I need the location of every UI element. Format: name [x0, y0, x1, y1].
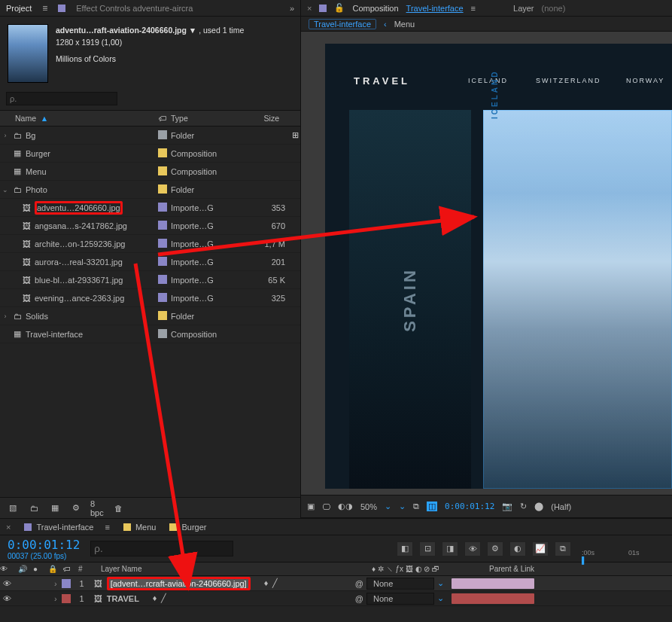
layer-label-swatch[interactable] — [62, 594, 71, 603]
tree-row[interactable]: 🖼archite…on-1259236.jpgImporte…G1,7 M — [0, 235, 300, 253]
col-solo-icon[interactable]: ● — [33, 565, 44, 573]
eye-icon[interactable]: 👁 — [0, 594, 14, 603]
vr-icon[interactable]: ◐◑ — [338, 502, 353, 511]
resolution-value[interactable]: (Half) — [551, 502, 571, 511]
timeline-layer-row[interactable]: 👁›1🖼TRAVEL♦╱@None⌄ — [0, 591, 672, 606]
tree-row[interactable]: ▦BurgerComposition — [0, 145, 300, 163]
pickwhip-icon[interactable]: @ — [355, 579, 363, 588]
label-swatch[interactable] — [158, 148, 167, 157]
close-tab-icon[interactable]: × — [307, 4, 312, 13]
tree-row[interactable]: 🖼adventu…2406660.jpgImporte…G353 — [0, 199, 300, 217]
panel-overflow-icon[interactable]: » — [290, 4, 294, 13]
layer-bar[interactable] — [452, 578, 534, 589]
label-swatch[interactable] — [158, 257, 167, 266]
breadcrumb-chevron-icon[interactable]: ‹ — [384, 20, 387, 29]
layer-bar[interactable] — [452, 593, 534, 604]
zoom-value[interactable]: 50% — [360, 502, 377, 511]
tab-effect-controls[interactable]: Effect Controls adventure-aircra — [76, 4, 193, 13]
refresh-icon[interactable]: ↻ — [520, 502, 527, 511]
new-folder-icon[interactable]: 🗀 — [27, 502, 41, 514]
playhead-icon[interactable]: ▌ — [582, 556, 586, 564]
layer-tab-label[interactable]: Layer — [513, 4, 534, 13]
col-lock-icon[interactable]: 🔒 — [48, 565, 59, 573]
breadcrumb-menu[interactable]: Menu — [394, 20, 415, 29]
lock-icon[interactable]: 🔓 — [334, 3, 345, 13]
tl-btn-1[interactable]: ◧ — [397, 541, 413, 556]
col-size[interactable]: Size — [254, 114, 290, 123]
twirl-icon[interactable]: ⌄ — [0, 186, 11, 194]
chevron-down-icon[interactable]: ⌄ — [437, 593, 444, 603]
eye-icon[interactable]: 👁 — [0, 579, 14, 588]
tree-row[interactable]: ›🗀BgFolder⊞ — [0, 127, 300, 145]
new-comp-icon[interactable]: ▦ — [48, 502, 62, 514]
col-label-icon[interactable]: 🏷 — [63, 565, 74, 573]
breadcrumb-travel-interface[interactable]: Travel-interface — [309, 19, 376, 29]
tl-btn-snap[interactable]: ⧉ — [555, 541, 571, 556]
tree-row[interactable]: ⌄🗀PhotoFolder — [0, 181, 300, 199]
label-swatch[interactable] — [158, 275, 167, 284]
interpret-footage-icon[interactable]: ▧ — [6, 502, 20, 514]
layer-label-swatch[interactable] — [62, 579, 71, 588]
project-tree[interactable]: ›🗀BgFolder⊞▦BurgerComposition▦MenuCompos… — [0, 127, 300, 497]
close-tab-icon[interactable]: × — [6, 523, 11, 532]
label-swatch[interactable] — [158, 130, 167, 139]
col-layer-name[interactable]: Layer Name — [96, 565, 367, 573]
delete-icon[interactable]: 🗑 — [111, 502, 125, 514]
timeline-tab[interactable]: Menu — [123, 523, 157, 532]
twirl-icon[interactable]: › — [0, 313, 11, 320]
tree-row[interactable]: ▦Travel-interfaceComposition — [0, 325, 300, 343]
current-time[interactable]: 0:00:01:12 — [445, 502, 494, 511]
switch-icon[interactable]: ♦ — [264, 578, 269, 588]
tl-btn-shy[interactable]: 👁 — [464, 541, 481, 556]
flowchart-icon[interactable]: ⊞ — [290, 130, 300, 140]
timeline-timecode[interactable]: 0:00:01:12 — [8, 538, 80, 552]
switch-icon[interactable]: ╱ — [272, 578, 278, 588]
chevron-down-icon[interactable]: ⌄ — [437, 578, 444, 588]
label-swatch[interactable] — [158, 311, 167, 320]
label-swatch[interactable] — [158, 239, 167, 248]
label-swatch[interactable] — [158, 329, 167, 338]
tree-row[interactable]: 🖼angsana…s-2417862.jpgImporte…G670 — [0, 217, 300, 235]
label-swatch[interactable] — [158, 166, 167, 175]
magnify-icon[interactable]: ▣ — [307, 502, 315, 511]
tree-row[interactable]: 🖼evening…ance-2363.jpgImporte…G325 — [0, 289, 300, 307]
tree-row[interactable]: ›🗀SolidsFolder — [0, 307, 300, 325]
tl-btn-graph[interactable]: 📈 — [532, 541, 549, 556]
panel-menu-icon[interactable]: ≡ — [105, 523, 110, 532]
col-eye-icon[interactable]: 👁 — [0, 565, 14, 573]
timeline-search-input[interactable] — [90, 541, 233, 556]
col-audio-icon[interactable]: 🔊 — [18, 565, 29, 573]
roi-icon[interactable]: ⧉ — [413, 502, 419, 511]
comp-menu-icon[interactable]: ≡ — [471, 4, 476, 13]
timeline-tab[interactable]: Burger — [169, 523, 206, 532]
timeline-layer-row[interactable]: 👁›1🖼[advent…rcraft-aviation-2406660.jpg]… — [0, 576, 672, 591]
col-name[interactable]: Name — [15, 114, 36, 123]
asset-dropdown-icon[interactable]: ▼ — [189, 26, 196, 35]
tree-row[interactable]: 🖼aurora-…real-33201.jpgImporte…G201 — [0, 253, 300, 271]
tree-row[interactable]: ▦MenuComposition — [0, 163, 300, 181]
tl-btn-mb[interactable]: ◐ — [509, 541, 526, 556]
parent-dropdown[interactable]: None — [366, 578, 434, 590]
col-parent[interactable]: Parent & Link — [489, 565, 587, 573]
col-label-icon[interactable]: 🏷 — [154, 114, 171, 123]
display-icon[interactable]: 🖵 — [322, 502, 330, 511]
res-chevron-icon[interactable]: ⌄ — [399, 502, 406, 511]
col-type[interactable]: Type — [171, 114, 254, 123]
label-swatch[interactable] — [158, 221, 167, 230]
twirl-icon[interactable]: › — [0, 132, 11, 139]
label-swatch[interactable] — [158, 203, 167, 212]
timeline-tab[interactable]: Travel-interface ≡ — [24, 523, 110, 532]
tree-row[interactable]: 🖼blue-bl…at-2933671.jpgImporte…G65 K — [0, 271, 300, 289]
composition-name-active[interactable]: Travel-interface — [406, 4, 464, 13]
snapshot-icon[interactable]: 📷 — [502, 502, 512, 511]
mask-icon[interactable]: ◫ — [427, 502, 437, 511]
tl-btn-3[interactable]: ◨ — [442, 541, 458, 556]
label-swatch[interactable] — [158, 293, 167, 302]
project-settings-icon[interactable]: ⚙ — [69, 502, 83, 514]
zoom-chevron-icon[interactable]: ⌄ — [385, 502, 391, 511]
twirl-icon[interactable]: › — [54, 579, 57, 588]
twirl-icon[interactable]: › — [54, 594, 57, 603]
switch-icon[interactable]: ╱ — [161, 593, 166, 603]
parent-dropdown[interactable]: None — [366, 593, 434, 605]
panel-menu-icon[interactable]: ≡ — [42, 3, 47, 14]
